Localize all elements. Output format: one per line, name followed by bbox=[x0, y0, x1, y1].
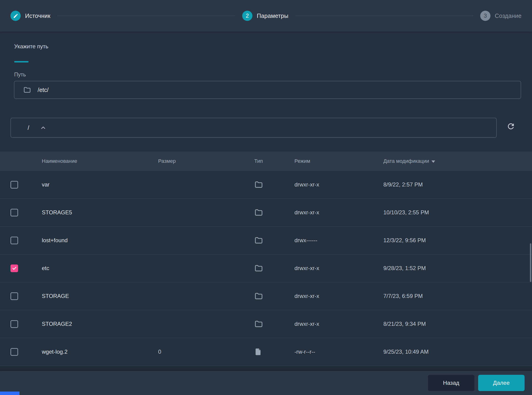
vertical-scrollbar-thumb[interactable] bbox=[530, 243, 531, 282]
folder-icon bbox=[254, 292, 263, 301]
row-name: STORAGE2 bbox=[31, 321, 158, 327]
row-modified: 10/10/23, 2:55 PM bbox=[383, 209, 532, 216]
column-header-name[interactable]: Наименование bbox=[31, 158, 158, 164]
row-name: wget-log.2 bbox=[31, 349, 158, 355]
step-parameters-circle: 2 bbox=[242, 11, 252, 21]
row-checkbox[interactable] bbox=[11, 237, 18, 244]
row-mode: drwxr-xr-x bbox=[294, 209, 383, 216]
path-input[interactable] bbox=[14, 81, 521, 99]
row-modified: 9/25/23, 10:49 AM bbox=[383, 349, 532, 355]
table-row[interactable]: STORAGE5 drwxr-xr-x 10/10/23, 2:55 PM bbox=[0, 199, 532, 227]
step-parameters-number: 2 bbox=[246, 12, 249, 19]
column-header-modified-label: Дата модификации bbox=[383, 158, 429, 164]
directory-select[interactable]: / bbox=[11, 118, 497, 138]
sort-desc-icon bbox=[431, 160, 435, 163]
row-checkbox-cell bbox=[0, 320, 31, 328]
next-button[interactable]: Далее bbox=[478, 375, 525, 391]
row-modified: 9/28/23, 1:52 PM bbox=[383, 265, 532, 271]
directory-select-value: / bbox=[28, 125, 29, 131]
folder-icon bbox=[254, 319, 263, 328]
step-source-circle bbox=[11, 11, 21, 21]
row-mode: drwx------ bbox=[294, 237, 383, 244]
path-input-field[interactable] bbox=[38, 87, 521, 93]
row-checkbox[interactable] bbox=[11, 209, 18, 216]
wizard-stepper: Источник 2 Параметры 3 Создание bbox=[0, 0, 532, 32]
row-type-cell bbox=[254, 180, 294, 189]
step-creation-circle: 3 bbox=[480, 11, 490, 21]
row-type-cell bbox=[254, 208, 294, 217]
check-icon bbox=[12, 266, 17, 271]
tab-active-indicator bbox=[14, 61, 28, 62]
row-mode: -rw-r--r-- bbox=[294, 349, 383, 355]
step-source-label: Источник bbox=[25, 12, 50, 19]
row-type-cell bbox=[254, 236, 294, 245]
path-field-label: Путь bbox=[14, 71, 26, 78]
table-row[interactable]: lost+found drwx------ 12/3/22, 9:56 PM bbox=[0, 227, 532, 254]
tab-specify-path[interactable]: Укажите путь bbox=[14, 43, 48, 50]
folder-icon bbox=[254, 180, 263, 189]
column-header-modified[interactable]: Дата модификации bbox=[383, 158, 532, 164]
step-connector bbox=[57, 16, 235, 16]
chevron-up-icon bbox=[40, 125, 46, 131]
table-header: Наименование Размер Тип Режим Дата модиф… bbox=[0, 151, 532, 171]
step-creation-number: 3 bbox=[484, 12, 487, 19]
row-mode: drwxr-xr-x bbox=[294, 321, 383, 327]
table-row[interactable]: wget-log.2 0 -rw-r--r-- 9/25/23, 10:49 A… bbox=[0, 338, 532, 366]
row-mode: drwxr-xr-x bbox=[294, 181, 383, 188]
row-modified: 8/9/22, 2:57 PM bbox=[383, 181, 532, 188]
step-source[interactable]: Источник bbox=[11, 11, 50, 21]
row-checkbox-cell bbox=[0, 181, 31, 189]
row-modified: 12/3/22, 9:56 PM bbox=[383, 237, 532, 244]
column-header-size[interactable]: Размер bbox=[158, 158, 254, 164]
row-checkbox-cell bbox=[0, 237, 31, 244]
folder-icon bbox=[254, 208, 263, 217]
folder-icon bbox=[254, 236, 263, 245]
row-checkbox[interactable] bbox=[11, 181, 18, 189]
step-creation-label: Создание bbox=[495, 12, 521, 19]
column-header-type[interactable]: Тип bbox=[254, 158, 294, 164]
pencil-icon bbox=[13, 13, 18, 19]
partial-next-row bbox=[0, 366, 532, 371]
row-checkbox-cell bbox=[0, 348, 31, 356]
step-connector bbox=[295, 16, 473, 16]
row-name: STORAGE bbox=[31, 293, 158, 299]
row-name: lost+found bbox=[31, 237, 158, 244]
row-type-cell bbox=[254, 264, 294, 273]
step-creation[interactable]: 3 Создание bbox=[480, 11, 521, 21]
column-header-mode[interactable]: Режим bbox=[294, 158, 383, 164]
row-mode: drwxr-xr-x bbox=[294, 293, 383, 299]
row-type-cell bbox=[254, 292, 294, 301]
bottom-left-accent-bar bbox=[0, 391, 20, 395]
row-mode: drwxr-xr-x bbox=[294, 265, 383, 271]
back-button[interactable]: Назад bbox=[428, 375, 474, 391]
row-checkbox[interactable] bbox=[11, 264, 18, 272]
row-checkbox-cell bbox=[0, 292, 31, 300]
row-name: STORAGE5 bbox=[31, 209, 158, 216]
row-type-cell bbox=[254, 348, 294, 356]
row-type-cell bbox=[254, 319, 294, 328]
table-body: var drwxr-xr-x 8/9/22, 2:57 PM STORAGE5 bbox=[0, 171, 532, 366]
refresh-button[interactable] bbox=[504, 120, 517, 133]
row-modified: 8/21/23, 9:34 PM bbox=[383, 321, 532, 327]
step-parameters-label: Параметры bbox=[257, 12, 288, 19]
row-size: 0 bbox=[158, 349, 254, 355]
row-checkbox[interactable] bbox=[11, 292, 18, 300]
row-checkbox-cell bbox=[0, 209, 31, 216]
row-checkbox-cell bbox=[0, 264, 31, 272]
table-row[interactable]: var drwxr-xr-x 8/9/22, 2:57 PM bbox=[0, 171, 532, 199]
row-name: var bbox=[31, 181, 158, 188]
table-row[interactable]: STORAGE2 drwxr-xr-x 8/21/23, 9:34 PM bbox=[0, 310, 532, 338]
table-row[interactable]: etc drwxr-xr-x 9/28/23, 1:52 PM bbox=[0, 254, 532, 282]
refresh-icon bbox=[506, 122, 515, 131]
row-checkbox[interactable] bbox=[11, 348, 18, 356]
row-name: etc bbox=[31, 265, 158, 271]
folder-icon bbox=[254, 264, 263, 273]
wizard-footer: Назад Далее bbox=[0, 371, 532, 395]
table-row[interactable]: STORAGE drwxr-xr-x 7/7/23, 6:59 PM bbox=[0, 282, 532, 310]
file-table: Наименование Размер Тип Режим Дата модиф… bbox=[0, 151, 532, 366]
folder-icon bbox=[23, 86, 31, 94]
file-icon bbox=[254, 348, 262, 356]
row-checkbox[interactable] bbox=[11, 320, 18, 328]
step-parameters[interactable]: 2 Параметры bbox=[242, 11, 288, 21]
row-modified: 7/7/23, 6:59 PM bbox=[383, 293, 532, 299]
